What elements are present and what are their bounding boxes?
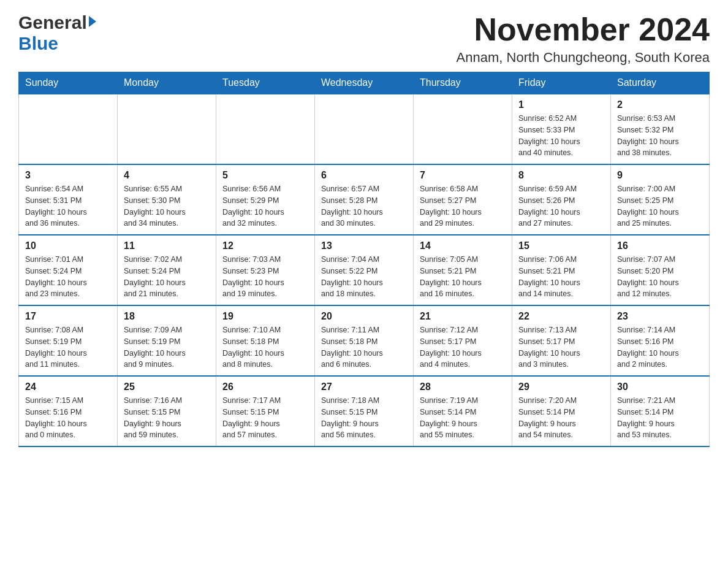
day-info: Sunrise: 7:17 AM Sunset: 5:15 PM Dayligh…	[222, 395, 308, 441]
day-info: Sunrise: 7:07 AM Sunset: 5:20 PM Dayligh…	[617, 254, 703, 300]
day-info: Sunrise: 7:01 AM Sunset: 5:24 PM Dayligh…	[25, 254, 111, 300]
location-title: Annam, North Chungcheong, South Korea	[457, 50, 710, 66]
day-number: 15	[518, 240, 604, 251]
day-number: 24	[25, 381, 111, 393]
calendar-cell: 19Sunrise: 7:10 AM Sunset: 5:18 PM Dayli…	[216, 305, 315, 376]
day-info: Sunrise: 7:02 AM Sunset: 5:24 PM Dayligh…	[124, 254, 210, 300]
calendar-table: SundayMondayTuesdayWednesdayThursdayFrid…	[18, 72, 710, 447]
day-info: Sunrise: 7:14 AM Sunset: 5:16 PM Dayligh…	[617, 324, 703, 370]
day-number: 29	[518, 381, 604, 393]
calendar-cell: 30Sunrise: 7:21 AM Sunset: 5:14 PM Dayli…	[611, 376, 710, 446]
weekday-header-monday: Monday	[118, 72, 216, 94]
calendar-cell: 28Sunrise: 7:19 AM Sunset: 5:14 PM Dayli…	[414, 376, 512, 446]
calendar-week-1: 3Sunrise: 6:54 AM Sunset: 5:31 PM Daylig…	[19, 164, 710, 235]
day-info: Sunrise: 7:19 AM Sunset: 5:14 PM Dayligh…	[420, 395, 506, 441]
calendar-cell: 26Sunrise: 7:17 AM Sunset: 5:15 PM Dayli…	[216, 376, 315, 446]
day-info: Sunrise: 7:15 AM Sunset: 5:16 PM Dayligh…	[25, 395, 111, 441]
calendar-cell: 4Sunrise: 6:55 AM Sunset: 5:30 PM Daylig…	[118, 164, 216, 235]
calendar-cell: 12Sunrise: 7:03 AM Sunset: 5:23 PM Dayli…	[216, 235, 315, 305]
day-number: 22	[518, 311, 604, 322]
logo-general-text: General	[18, 12, 87, 33]
day-info: Sunrise: 6:56 AM Sunset: 5:29 PM Dayligh…	[222, 183, 308, 229]
day-number: 9	[617, 170, 703, 181]
day-number: 8	[518, 170, 604, 181]
day-info: Sunrise: 6:52 AM Sunset: 5:33 PM Dayligh…	[518, 113, 604, 159]
weekday-header-row: SundayMondayTuesdayWednesdayThursdayFrid…	[19, 72, 710, 94]
day-info: Sunrise: 6:57 AM Sunset: 5:28 PM Dayligh…	[321, 183, 407, 229]
calendar-cell: 8Sunrise: 6:59 AM Sunset: 5:26 PM Daylig…	[512, 164, 611, 235]
calendar-cell: 20Sunrise: 7:11 AM Sunset: 5:18 PM Dayli…	[315, 305, 414, 376]
day-info: Sunrise: 7:20 AM Sunset: 5:14 PM Dayligh…	[518, 395, 604, 441]
calendar-cell: 2Sunrise: 6:53 AM Sunset: 5:32 PM Daylig…	[611, 94, 710, 164]
day-number: 20	[321, 311, 407, 322]
logo-blue-text: Blue	[18, 33, 58, 53]
day-number: 4	[124, 170, 210, 181]
calendar-cell: 11Sunrise: 7:02 AM Sunset: 5:24 PM Dayli…	[118, 235, 216, 305]
day-info: Sunrise: 7:13 AM Sunset: 5:17 PM Dayligh…	[518, 324, 604, 370]
calendar-cell: 10Sunrise: 7:01 AM Sunset: 5:24 PM Dayli…	[19, 235, 118, 305]
day-number: 11	[124, 240, 210, 251]
day-info: Sunrise: 7:10 AM Sunset: 5:18 PM Dayligh…	[222, 324, 308, 370]
day-info: Sunrise: 6:53 AM Sunset: 5:32 PM Dayligh…	[617, 113, 703, 159]
calendar-cell: 23Sunrise: 7:14 AM Sunset: 5:16 PM Dayli…	[611, 305, 710, 376]
day-number: 12	[222, 240, 308, 251]
calendar-cell: 24Sunrise: 7:15 AM Sunset: 5:16 PM Dayli…	[19, 376, 118, 446]
calendar-cell: 6Sunrise: 6:57 AM Sunset: 5:28 PM Daylig…	[315, 164, 414, 235]
day-number: 2	[617, 99, 703, 110]
calendar-cell: 15Sunrise: 7:06 AM Sunset: 5:21 PM Dayli…	[512, 235, 611, 305]
day-info: Sunrise: 6:59 AM Sunset: 5:26 PM Dayligh…	[518, 183, 604, 229]
weekday-header-thursday: Thursday	[414, 72, 512, 94]
calendar-cell: 21Sunrise: 7:12 AM Sunset: 5:17 PM Dayli…	[414, 305, 512, 376]
logo-arrow-icon	[89, 16, 96, 27]
day-info: Sunrise: 7:08 AM Sunset: 5:19 PM Dayligh…	[25, 324, 111, 370]
day-info: Sunrise: 7:06 AM Sunset: 5:21 PM Dayligh…	[518, 254, 604, 300]
calendar-cell: 27Sunrise: 7:18 AM Sunset: 5:15 PM Dayli…	[315, 376, 414, 446]
day-info: Sunrise: 7:11 AM Sunset: 5:18 PM Dayligh…	[321, 324, 407, 370]
day-number: 18	[124, 311, 210, 322]
calendar-cell: 5Sunrise: 6:56 AM Sunset: 5:29 PM Daylig…	[216, 164, 315, 235]
calendar-cell	[315, 94, 414, 164]
day-number: 30	[617, 381, 703, 393]
day-info: Sunrise: 7:04 AM Sunset: 5:22 PM Dayligh…	[321, 254, 407, 300]
day-number: 10	[25, 240, 111, 251]
calendar-week-3: 17Sunrise: 7:08 AM Sunset: 5:19 PM Dayli…	[19, 305, 710, 376]
calendar-cell	[216, 94, 315, 164]
title-area: November 2024 Annam, North Chungcheong, …	[457, 12, 710, 66]
day-number: 7	[420, 170, 506, 181]
calendar-cell: 3Sunrise: 6:54 AM Sunset: 5:31 PM Daylig…	[19, 164, 118, 235]
day-info: Sunrise: 7:09 AM Sunset: 5:19 PM Dayligh…	[124, 324, 210, 370]
day-info: Sunrise: 7:18 AM Sunset: 5:15 PM Dayligh…	[321, 395, 407, 441]
calendar-cell: 13Sunrise: 7:04 AM Sunset: 5:22 PM Dayli…	[315, 235, 414, 305]
calendar-cell: 22Sunrise: 7:13 AM Sunset: 5:17 PM Dayli…	[512, 305, 611, 376]
day-info: Sunrise: 7:16 AM Sunset: 5:15 PM Dayligh…	[124, 395, 210, 441]
day-number: 17	[25, 311, 111, 322]
day-info: Sunrise: 6:55 AM Sunset: 5:30 PM Dayligh…	[124, 183, 210, 229]
calendar-cell: 9Sunrise: 7:00 AM Sunset: 5:25 PM Daylig…	[611, 164, 710, 235]
weekday-header-sunday: Sunday	[19, 72, 118, 94]
day-number: 26	[222, 381, 308, 393]
day-info: Sunrise: 7:12 AM Sunset: 5:17 PM Dayligh…	[420, 324, 506, 370]
day-number: 5	[222, 170, 308, 181]
calendar-cell: 17Sunrise: 7:08 AM Sunset: 5:19 PM Dayli…	[19, 305, 118, 376]
calendar-cell: 29Sunrise: 7:20 AM Sunset: 5:14 PM Dayli…	[512, 376, 611, 446]
calendar-week-0: 1Sunrise: 6:52 AM Sunset: 5:33 PM Daylig…	[19, 94, 710, 164]
calendar-cell	[118, 94, 216, 164]
calendar-cell: 25Sunrise: 7:16 AM Sunset: 5:15 PM Dayli…	[118, 376, 216, 446]
day-number: 14	[420, 240, 506, 251]
day-info: Sunrise: 6:54 AM Sunset: 5:31 PM Dayligh…	[25, 183, 111, 229]
calendar-cell	[19, 94, 118, 164]
day-number: 25	[124, 381, 210, 393]
page-header: General Blue November 2024 Annam, North …	[18, 12, 710, 66]
weekday-header-wednesday: Wednesday	[315, 72, 414, 94]
day-number: 6	[321, 170, 407, 181]
day-number: 28	[420, 381, 506, 393]
calendar-cell: 18Sunrise: 7:09 AM Sunset: 5:19 PM Dayli…	[118, 305, 216, 376]
day-number: 27	[321, 381, 407, 393]
calendar-week-2: 10Sunrise: 7:01 AM Sunset: 5:24 PM Dayli…	[19, 235, 710, 305]
day-number: 16	[617, 240, 703, 251]
day-info: Sunrise: 7:05 AM Sunset: 5:21 PM Dayligh…	[420, 254, 506, 300]
day-number: 19	[222, 311, 308, 322]
calendar-cell: 7Sunrise: 6:58 AM Sunset: 5:27 PM Daylig…	[414, 164, 512, 235]
day-info: Sunrise: 7:21 AM Sunset: 5:14 PM Dayligh…	[617, 395, 703, 441]
logo: General Blue	[18, 12, 96, 54]
